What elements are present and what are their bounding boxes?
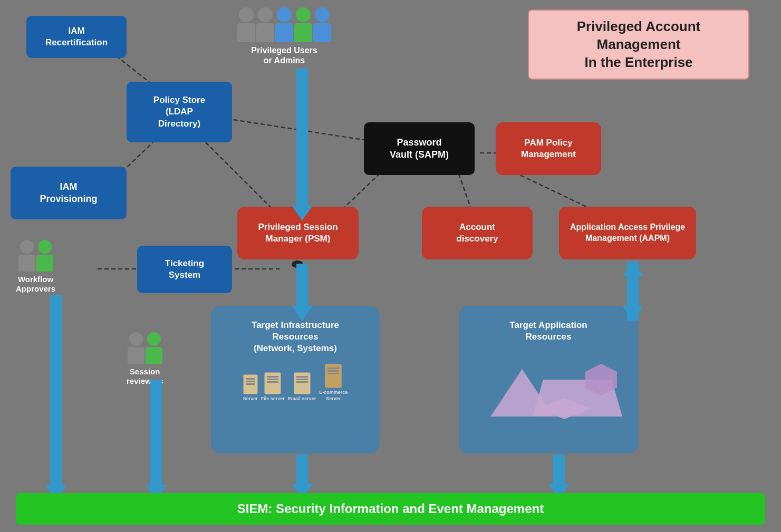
siem-bar: SIEM: Security Information and Event Man… bbox=[16, 493, 765, 525]
workflow-approvers-group: WorkflowApprovers bbox=[16, 240, 55, 294]
aapm-label: Application Access PrivilegeManagement (… bbox=[570, 222, 685, 244]
server-icon-3: Email server bbox=[288, 372, 316, 402]
person-icon-gray4 bbox=[128, 332, 144, 364]
psm-label: Privileged SessionManager (PSM) bbox=[258, 221, 338, 245]
person-icon-gray2 bbox=[256, 7, 274, 42]
privileged-users-group: Privileged Usersor Admins bbox=[237, 7, 331, 65]
svg-line-2 bbox=[206, 142, 279, 216]
person-icon-green2 bbox=[36, 240, 53, 272]
password-vault-label: PasswordVault (SAPM) bbox=[390, 137, 449, 161]
ticketing-box: TicketingSystem bbox=[137, 246, 232, 293]
title-text: Privileged Account ManagementIn the Ente… bbox=[577, 18, 701, 70]
workflow-approvers-label: WorkflowApprovers bbox=[16, 275, 55, 294]
person-icon-blue2 bbox=[313, 7, 331, 42]
policy-store-box: Policy Store(LDAPDirectory) bbox=[127, 82, 232, 142]
arrow-reviewers-to-siem bbox=[146, 380, 167, 500]
target-infra-label: Target InfrastructureResources(Network, … bbox=[252, 320, 339, 354]
siem-label: SIEM: Security Information and Event Man… bbox=[237, 501, 544, 516]
target-app-box: Target ApplicationResources bbox=[459, 306, 638, 453]
person-icon-gray1 bbox=[237, 7, 255, 42]
server-icons-group: Server File server Email server E-commer… bbox=[243, 364, 348, 402]
app-shapes bbox=[475, 353, 622, 427]
arrow-approvers-to-siem bbox=[45, 295, 66, 500]
person-icon-blue1 bbox=[275, 7, 293, 42]
person-icon-gray3 bbox=[18, 240, 35, 272]
aapm-box: Application Access PrivilegeManagement (… bbox=[559, 207, 696, 259]
arrow-aapm-down bbox=[622, 262, 643, 321]
target-app-label: Target ApplicationResources bbox=[509, 320, 587, 343]
server-icon-4: E-commerceServer bbox=[319, 364, 348, 402]
arrow-infra-to-siem bbox=[292, 454, 313, 499]
policy-store-label: Policy Store(LDAPDirectory) bbox=[153, 94, 205, 129]
session-reviewers-group: Sessionreviewers bbox=[127, 332, 163, 386]
target-infra-box: Target InfrastructureResources(Network, … bbox=[211, 306, 380, 453]
server-icon-2: File server bbox=[261, 372, 285, 402]
iam-recertification-box: IAMRecertification bbox=[26, 16, 127, 58]
arrow-users-to-psm bbox=[292, 69, 313, 220]
privileged-users-label: Privileged Usersor Admins bbox=[251, 45, 317, 65]
password-vault-box: PasswordVault (SAPM) bbox=[364, 122, 475, 175]
person-icon-green1 bbox=[294, 7, 312, 42]
account-discovery-label: Accountdiscovery bbox=[456, 221, 498, 245]
iam-provisioning-box: IAMProvisioning bbox=[11, 167, 127, 219]
pam-policy-box: PAM PolicyManagement bbox=[496, 122, 601, 175]
arrow-app-to-siem bbox=[548, 454, 570, 499]
server-icon-1: Server bbox=[243, 374, 258, 402]
iam-recertification-label: IAMRecertification bbox=[45, 25, 108, 49]
ticketing-label: TicketingSystem bbox=[165, 258, 204, 281]
arrow-psm-to-infra bbox=[292, 264, 313, 321]
person-icon-green3 bbox=[146, 332, 162, 364]
pam-policy-label: PAM PolicyManagement bbox=[521, 137, 576, 160]
title-box: Privileged Account ManagementIn the Ente… bbox=[528, 9, 749, 80]
iam-provisioning-label: IAMProvisioning bbox=[40, 181, 97, 206]
account-discovery-box: Accountdiscovery bbox=[422, 207, 533, 259]
